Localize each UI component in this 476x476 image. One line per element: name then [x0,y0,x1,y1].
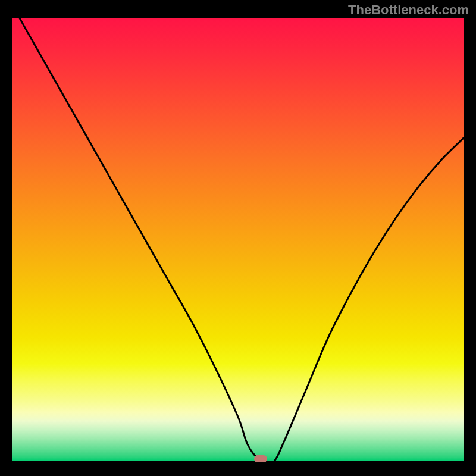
plot-area [12,18,464,461]
watermark-text: TheBottleneck.com [348,2,469,18]
chart-container: TheBottleneck.com [0,0,476,476]
curve-svg [12,18,464,461]
optimum-marker [254,455,267,462]
bottleneck-curve [12,5,464,463]
